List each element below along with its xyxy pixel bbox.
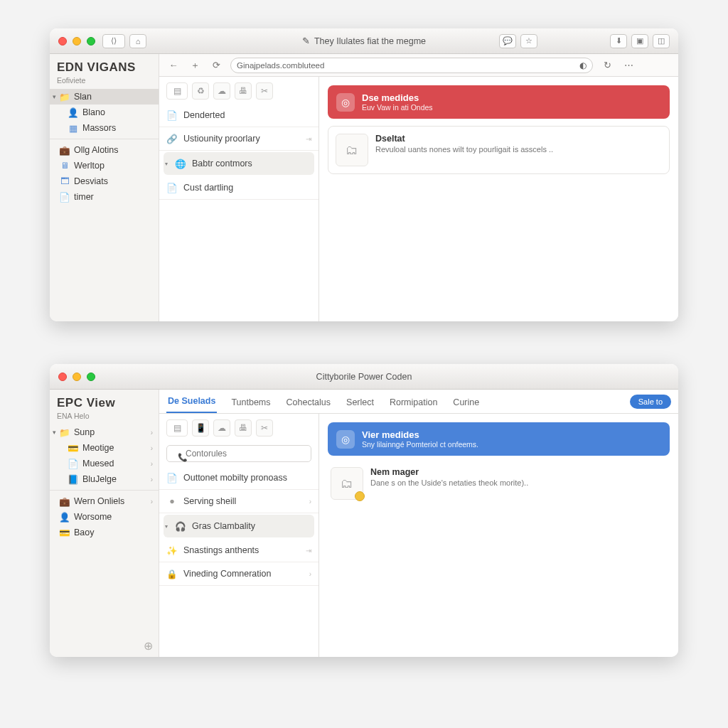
user-icon: 👤 xyxy=(60,512,70,522)
doc-icon: 📄 xyxy=(166,472,178,483)
doc-icon: 📄 xyxy=(68,459,78,469)
globe-icon: 🌐 xyxy=(175,158,186,169)
minimize-icon[interactable] xyxy=(73,373,81,381)
tab-de-suelads[interactable]: De Suelads xyxy=(166,390,217,413)
url-field[interactable]: Ginajpelads.combluteed ◐ xyxy=(230,58,593,73)
card-title: Nem mager xyxy=(370,467,528,477)
tool-print-button[interactable]: 🖶 xyxy=(235,419,252,437)
navbar: ← ＋ ⟳ Ginajpelads.combluteed ◐ ↻ ⋯ xyxy=(159,54,678,77)
chevron-right-icon: › xyxy=(151,444,153,452)
sidebar: EPC View ENA Helo 📁Sunp› 💳Meotige› 📄Mues… xyxy=(50,390,159,657)
search-input[interactable] xyxy=(166,445,311,462)
sidebar-item-baoy[interactable]: 💳Baoy xyxy=(50,525,159,540)
tab-rormipation[interactable]: Rormipation xyxy=(388,392,439,413)
list-item-selected[interactable]: 🌐Babtr contmors xyxy=(164,152,314,175)
chevron-right-icon: ⇥ xyxy=(306,135,311,143)
tool-sort-button[interactable]: ♻ xyxy=(192,82,209,100)
refresh2-button[interactable]: ↻ xyxy=(600,58,614,73)
monitor-icon: 🖥 xyxy=(60,161,70,171)
minimize-icon[interactable] xyxy=(73,37,81,46)
preview-card[interactable]: 🗂 Dseltat Revuloal uants nones wilt toy … xyxy=(328,126,670,174)
tab-tuntbems[interactable]: Tuntbems xyxy=(230,392,272,413)
more-button[interactable]: ⋯ xyxy=(621,58,636,73)
window-title: ✎ They Ilulates fiat the megme xyxy=(302,36,426,46)
chevron-right-icon: › xyxy=(151,460,153,468)
panel-button[interactable]: ◫ xyxy=(653,34,670,48)
sidebar-item-werltop[interactable]: 🖥Werltop xyxy=(50,158,159,173)
card-thumbnail: 🗂 xyxy=(336,134,368,166)
chevron-right-icon: › xyxy=(309,498,311,505)
grid-icon: ▦ xyxy=(68,123,78,133)
chevron-right-icon: › xyxy=(151,498,153,505)
traffic-lights xyxy=(58,37,95,46)
sidebar-item-massors[interactable]: ▦Massors xyxy=(50,120,159,136)
list-item[interactable]: ●Serving sheill› xyxy=(159,490,318,513)
banner-subtitle: Euv Vaw in ati Ondes xyxy=(362,103,433,112)
tool-cloud-button[interactable]: ☁ xyxy=(213,419,230,437)
list-item-selected[interactable]: 🎧Gras Clambality xyxy=(164,515,314,537)
list-item[interactable]: 📄Outtonet mobilty pronoass xyxy=(159,466,318,490)
close-icon[interactable] xyxy=(58,373,67,381)
tab-curine[interactable]: Curine xyxy=(451,392,481,413)
banner-title: Vier medides xyxy=(362,429,478,440)
sidebar-item-ollg[interactable]: 💼Ollg Alotins xyxy=(50,142,159,158)
archive-button[interactable]: ▣ xyxy=(631,34,648,48)
sidebar-item-worsome[interactable]: 👤Worsome xyxy=(50,509,159,525)
sync-icon[interactable]: ⊕ xyxy=(144,639,153,653)
add-tab-button[interactable]: ＋ xyxy=(188,58,202,73)
close-icon[interactable] xyxy=(58,37,67,46)
tool-settings-button[interactable]: ✂ xyxy=(256,419,273,437)
search-icon: 📞 xyxy=(178,453,188,462)
sidebar-item-wern[interactable]: 💼Wern Onliels› xyxy=(50,493,159,509)
sidebar-item-slan[interactable]: 📁Slan xyxy=(50,89,159,105)
download-button[interactable]: ⬇ xyxy=(610,34,627,48)
list-item[interactable]: 🔒Vineding Comneration› xyxy=(159,562,318,586)
tab-serlect[interactable]: Serlect xyxy=(345,392,375,413)
sidebar-item-blano[interactable]: 👤Blano xyxy=(50,105,159,120)
banner-title: Dse medides xyxy=(362,92,433,103)
sidebar-item-desviats[interactable]: 🗔Desviats xyxy=(50,173,159,189)
nav-pair-button[interactable]: ⟨⟩ xyxy=(102,34,125,48)
tool-print-button[interactable]: 🖶 xyxy=(235,82,252,100)
sidebar-item-muesed[interactable]: 📄Muesed› xyxy=(50,456,159,471)
home-button[interactable]: ⌂ xyxy=(129,34,146,48)
tool-cloud-button[interactable]: ☁ xyxy=(213,82,230,100)
tab-cohectalus[interactable]: Cohectalus xyxy=(285,392,333,413)
reader-icon[interactable]: ◐ xyxy=(579,60,587,70)
user-icon: 👤 xyxy=(68,107,78,117)
star-button[interactable]: ☆ xyxy=(520,34,537,48)
sidebar-item-timer[interactable]: 📄timer xyxy=(50,189,159,205)
zoom-icon[interactable] xyxy=(87,373,95,381)
sidebar-item-meotige[interactable]: 💳Meotige› xyxy=(50,440,159,456)
tool-settings-button[interactable]: ✂ xyxy=(256,82,273,100)
preview-pane: ◎ Dse medides Euv Vaw in ati Ondes 🗂 Dse… xyxy=(319,77,678,321)
sale-button[interactable]: Sale to xyxy=(630,395,671,409)
view-mode-button[interactable]: ▤ xyxy=(166,82,188,100)
alert-banner: ◎ Dse medides Euv Vaw in ati Ondes xyxy=(328,85,670,119)
titlebar: Cittyborile Power Coden xyxy=(50,364,678,390)
list-column: ▤ 📱 ☁ 🖶 ✂ 📞 📄Outtonet mobilty pronoass ●… xyxy=(159,414,319,657)
tool-device-button[interactable]: 📱 xyxy=(192,419,209,437)
search-field-wrap: 📞 xyxy=(166,445,311,462)
view-mode-button[interactable]: ▤ xyxy=(166,419,188,437)
zoom-icon[interactable] xyxy=(87,37,95,46)
target-icon: ◎ xyxy=(336,93,355,112)
app-title: EDN VIGANS xyxy=(50,54,159,76)
doc-icon: 📄 xyxy=(166,182,178,193)
reload-button[interactable]: ⟳ xyxy=(209,58,223,73)
list-item[interactable]: 📄Denderted xyxy=(159,104,318,127)
sidebar-item-blujelge[interactable]: 📘BluJelge› xyxy=(50,471,159,487)
list-toolbar: ▤ 📱 ☁ 🖶 ✂ xyxy=(159,414,318,441)
chat-button[interactable]: 💬 xyxy=(499,34,516,48)
list-item[interactable]: 📄Cust dartling xyxy=(159,176,318,200)
list-item[interactable]: ✨Snastings anthents⇥ xyxy=(159,539,318,562)
back-button[interactable]: ← xyxy=(166,58,181,73)
folder-icon: 📁 xyxy=(60,92,70,102)
list-item[interactable]: 🔗Ustiounity proorlary⇥ xyxy=(159,127,318,151)
item-list: 📄Denderted 🔗Ustiounity proorlary⇥ 🌐Babtr… xyxy=(159,104,318,200)
preview-card[interactable]: 🗂 Nem mager Dane s on the Uside's netati… xyxy=(328,463,670,504)
edit-icon: ✎ xyxy=(302,36,310,46)
target-icon: ◎ xyxy=(336,430,355,449)
sidebar-item-sunp[interactable]: 📁Sunp› xyxy=(50,424,159,440)
doc-icon: 📘 xyxy=(68,474,78,484)
